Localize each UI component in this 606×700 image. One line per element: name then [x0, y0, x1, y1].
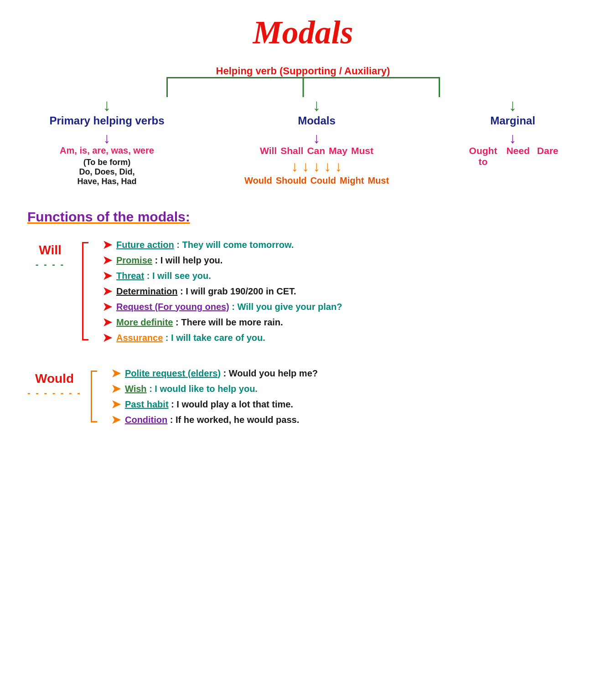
would-entry: Would - - - - - - - ➤ Polite request (el…: [27, 367, 579, 426]
would-functions: ➤ Polite request (elders) : Would you he…: [102, 367, 318, 426]
will-label-3: Threat: [116, 271, 144, 281]
would-label-3: Past habit: [125, 399, 169, 409]
would-body-2: : I would like to help you.: [149, 384, 258, 394]
col-modals: ↓ Modals ↓ Will Shall Can May Must ↓ ↓ ↓…: [203, 97, 431, 186]
modal-should: Should: [276, 175, 307, 186]
modal-will: Will: [260, 145, 277, 156]
will-dashes: - - - -: [36, 259, 65, 270]
functions-section: Functions of the modals: Will - - - - ➤ …: [27, 209, 579, 426]
would-label-2: Wish: [125, 384, 147, 394]
arrow-will-7: ➤: [102, 331, 113, 344]
arrow-will-down: ↓: [291, 159, 299, 174]
arrow-primary-down: ↓: [48, 131, 166, 145]
arrow-will-1: ➤: [102, 238, 113, 251]
tree-connector: [107, 77, 499, 97]
arrow-will-3: ➤: [102, 269, 113, 282]
will-bracket: [82, 238, 89, 344]
will-func-3-text: Threat : I will see you.: [116, 271, 211, 281]
tree-section: Helping verb (Supporting / Auxiliary) ↓ …: [30, 65, 577, 186]
modals-arrows-row: ↓ ↓ ↓ ↓ ↓: [203, 159, 431, 174]
page-title: Modals: [27, 14, 579, 51]
primary-label: Primary helping verbs: [49, 114, 164, 127]
modal-can: Can: [307, 145, 325, 156]
arrow-primary: ↓: [103, 97, 111, 113]
would-func-3-text: Past habit : I would play a lot that tim…: [125, 399, 293, 410]
modal-shall: Shall: [280, 145, 303, 156]
would-bracket-vertical: [91, 371, 92, 422]
arrow-modals: ↓: [313, 97, 321, 113]
will-body-2: : I will help you.: [155, 255, 223, 265]
arrow-marginal-down: ↓: [467, 131, 559, 145]
will-bracket-area: ➤ Future action : They will come tomorro…: [82, 238, 342, 344]
modals-header: ↓ Modals: [203, 97, 431, 127]
would-bracket-area: ➤ Polite request (elders) : Would you he…: [91, 367, 318, 426]
will-label-7: Assurance: [116, 333, 163, 343]
tree-root-text: Helping verb (Supporting / Auxiliary): [216, 65, 390, 77]
modals-label: Modals: [298, 114, 336, 127]
modals-top-row: Will Shall Can May Must: [203, 145, 431, 156]
arrow-will-2: ➤: [102, 254, 113, 267]
arrow-will-6: ➤: [102, 316, 113, 329]
would-label-4: Condition: [125, 415, 167, 425]
would-word-label: Would: [35, 371, 74, 386]
will-bracket-top: [82, 242, 88, 243]
arrow-would-1: ➤: [111, 367, 121, 380]
primary-child2: (To be form)Do, Does, Did,Have, Has, Had: [48, 158, 166, 186]
tree-root: Helping verb (Supporting / Auxiliary): [30, 65, 577, 77]
primary-children: ↓ Am, is, are, was, were (To be form)Do,…: [48, 131, 166, 186]
will-bracket-bottom: [82, 339, 88, 340]
would-func-2: ➤ Wish : I would like to help you.: [111, 382, 318, 395]
will-body-1: : They will come tomorrow.: [176, 240, 294, 250]
will-body-5: : Will you give your plan?: [232, 302, 342, 312]
arrow-will-5: ➤: [102, 300, 113, 313]
will-body-4: : I will grab 190/200 in CET.: [180, 286, 296, 296]
would-func-3: ➤ Past habit : I would play a lot that t…: [111, 398, 318, 411]
marginal-children-area: ↓ Ought to Need Dare: [467, 131, 559, 167]
marginal-label: Marginal: [490, 114, 535, 127]
will-func-2-text: Promise : I will help you.: [116, 255, 223, 266]
primary-header: ↓ Primary helping verbs: [48, 97, 166, 127]
col-marginal: ↓ Marginal ↓ Ought to Need Dare: [467, 97, 559, 167]
will-label-6: More definite: [116, 317, 173, 327]
arrow-can-down: ↓: [313, 159, 321, 174]
primary-child1: Am, is, are, was, were: [48, 145, 166, 156]
would-func-1-text: Polite request (elders) : Would you help…: [125, 368, 318, 379]
arrow-may-down: ↓: [324, 159, 331, 174]
arrow-must-down: ↓: [335, 159, 342, 174]
would-label-1: Polite request (elders): [125, 368, 221, 378]
will-func-3: ➤ Threat : I will see you.: [102, 269, 342, 282]
will-label-1: Future action: [116, 240, 174, 250]
will-func-5: ➤ Request (For young ones) : Will you gi…: [102, 300, 342, 313]
will-word-label: Will: [39, 243, 62, 257]
will-func-4-text: Determination : I will grab 190/200 in C…: [116, 286, 296, 297]
will-label-2: Promise: [116, 255, 152, 265]
tree-columns: ↓ Primary helping verbs ↓ Am, is, are, w…: [30, 97, 577, 186]
modal-would: Would: [244, 175, 272, 186]
marginal-ought: Ought to: [467, 145, 499, 167]
will-label-5: Request (For young ones): [116, 302, 229, 312]
marginal-need: Need: [506, 145, 529, 156]
modal-might: Might: [340, 175, 364, 186]
arrow-modals-down: ↓: [203, 131, 431, 145]
will-func-6-text: More definite : There will be more rain.: [116, 317, 283, 328]
functions-title: Functions of the modals:: [27, 209, 579, 225]
will-func-1-text: Future action : They will come tomorrow.: [116, 240, 294, 250]
modals-past-row: Would Should Could Might Must: [203, 175, 431, 186]
marginal-header: ↓ Marginal: [467, 97, 559, 127]
would-func-4: ➤ Condition : If he worked, he would pas…: [111, 413, 318, 426]
would-func-1: ➤ Polite request (elders) : Would you he…: [111, 367, 318, 380]
arrow-would-4: ➤: [111, 413, 121, 426]
will-label-side: Will - - - -: [27, 238, 73, 270]
modal-must2: Must: [368, 175, 389, 186]
would-body-4: : If he worked, he would pass.: [170, 415, 299, 425]
modal-could: Could: [310, 175, 336, 186]
will-func-1: ➤ Future action : They will come tomorro…: [102, 238, 342, 251]
would-body-3: : I would play a lot that time.: [171, 399, 293, 409]
would-func-2-text: Wish : I would like to help you.: [125, 384, 258, 394]
would-bracket-bottom: [91, 421, 97, 422]
will-func-2: ➤ Promise : I will help you.: [102, 254, 342, 267]
would-bracket-top: [91, 371, 97, 372]
modals-children-area: ↓ Will Shall Can May Must ↓ ↓ ↓ ↓ ↓: [203, 131, 431, 186]
will-func-6: ➤ More definite : There will be more rai…: [102, 316, 342, 329]
marginal-dare: Dare: [537, 145, 559, 156]
